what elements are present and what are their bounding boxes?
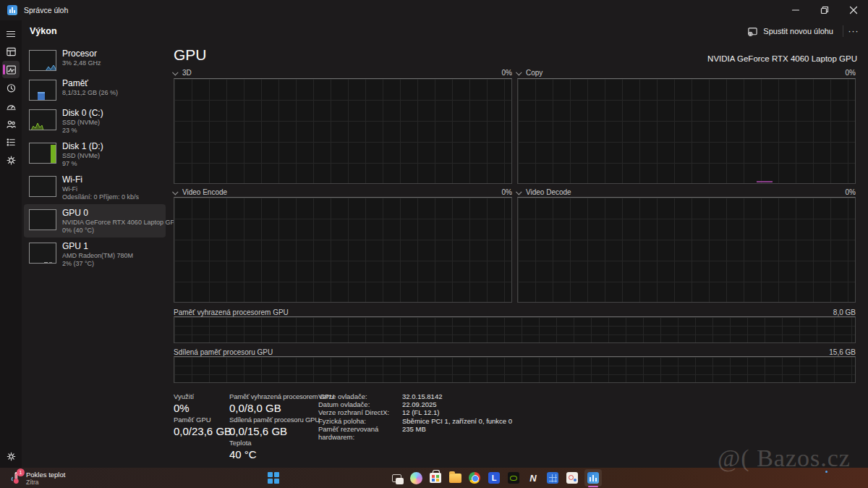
weather-widget[interactable]: 1 Pokles teplot Zítra: [6, 468, 69, 488]
stat-shared-memory: Sdílená paměť procesoru GPU 0,0/15,6 GB: [229, 416, 320, 438]
task-manager-taskbar-icon[interactable]: [584, 469, 602, 487]
wifi-mini-chart: [29, 176, 56, 197]
detail-row: Datum ovladače:22.09.2025: [318, 400, 512, 408]
selected-accent-bar: [3, 64, 5, 75]
nvidia-app-icon[interactable]: [505, 469, 522, 487]
sidebar-item-services[interactable]: [2, 151, 20, 169]
sidebar-item-disk0[interactable]: Disk 0 (C:) SSD (NVMe) 23 %: [24, 104, 166, 138]
stat-utilization: Využití 0%: [174, 392, 194, 415]
snipping-app-icon[interactable]: [563, 469, 581, 487]
sidebar-item-users[interactable]: [2, 115, 20, 132]
thermometer-icon: 1: [10, 471, 22, 485]
chart-video-decode: [517, 197, 856, 303]
task-manager-window: Správce úloh Výkon Spus: [0, 0, 868, 488]
detail-row: Paměť rezervovaná hardwarem:235 MB: [318, 425, 512, 441]
sidebar-item-performance[interactable]: [2, 61, 20, 78]
header-divider: [843, 25, 843, 37]
titlebar: Správce úloh: [0, 0, 868, 20]
copilot-icon[interactable]: [407, 469, 425, 487]
gpu0-mini-chart: [29, 209, 56, 230]
sidebar-item-startup-apps[interactable]: [2, 97, 20, 114]
chart-shared-memory: [174, 356, 856, 383]
chart-label-video-encode: Video Encode 0%: [174, 188, 512, 197]
file-explorer-icon[interactable]: [446, 469, 464, 487]
sidebar-item-wifi[interactable]: Wi-Fi Wi-Fi Odesílání: 0 Příjem: 0 kb/s: [24, 171, 166, 204]
chevron-down-icon[interactable]: [172, 70, 178, 75]
chevron-down-icon[interactable]: [516, 70, 522, 75]
sidebar-item-gpu1[interactable]: GPU 1 AMD Radeon(TM) 780M 2% (37 °C): [24, 237, 166, 271]
disk0-mini-chart: [29, 109, 56, 130]
chart-label-video-decode: Video Decode 0%: [517, 188, 856, 197]
chevron-down-icon[interactable]: [516, 189, 522, 195]
sidebar-item-details[interactable]: [2, 133, 20, 151]
sidebar-item-processes[interactable]: [2, 43, 20, 60]
task-manager-app-icon: [7, 5, 17, 15]
microsoft-store-icon[interactable]: [427, 469, 444, 487]
detail-row: Verze rozhraní DirectX:12 (FL 12.1): [318, 408, 512, 416]
detail-row: Fyzická poloha:Sběrnice PCI 1, zařízení …: [318, 417, 512, 425]
notification-badge: 1: [17, 468, 25, 476]
gpu-panel-title: GPU: [174, 46, 207, 64]
stat-gpu-memory: Paměť GPU 0,0/23,6 GB: [174, 416, 231, 438]
chart-copy: [517, 78, 856, 184]
settings-gear-icon[interactable]: [2, 447, 20, 465]
gpu-details: Verze ovladače:32.0.15.8142 Datum ovlada…: [318, 392, 512, 441]
page-title: Výkon: [30, 26, 57, 36]
sidebar-item-disk1[interactable]: Disk 1 (D:) SSD (NVMe) 97 %: [24, 138, 166, 171]
cpu-mini-chart: [29, 50, 56, 71]
copy-activity-blip: [757, 181, 773, 182]
window-title: Správce úloh: [24, 6, 68, 14]
run-new-task-icon: [747, 26, 758, 37]
active-app-indicator: [588, 486, 598, 487]
sidebar-item-cpu[interactable]: Procesor 3% 2,48 GHz: [24, 45, 166, 75]
sidebar-item-gpu0[interactable]: GPU 0 NVIDIA GeForce RTX 4060 Laptop GPU…: [24, 204, 166, 237]
chart-dedicated-memory: [174, 316, 856, 343]
close-button[interactable]: [839, 0, 868, 20]
stat-temperature: Teplota 40 °C: [229, 439, 257, 461]
chart-3d: [174, 78, 512, 184]
chart-video-encode: [174, 197, 512, 303]
disk1-mini-chart: [29, 143, 56, 164]
minimize-button[interactable]: [781, 0, 810, 20]
bazos-watermark: @( Bazos.cz: [718, 445, 851, 472]
more-options-button[interactable]: ···: [845, 24, 862, 38]
sidebar-item-app-history[interactable]: [2, 79, 20, 96]
chart-label-3d: 3D 0%: [174, 68, 512, 77]
start-button[interactable]: [268, 472, 279, 484]
grid-app-icon[interactable]: [544, 469, 561, 487]
nav-rail: [0, 20, 22, 488]
chrome-icon[interactable]: [466, 469, 483, 487]
gpu1-mini-chart: [29, 243, 56, 264]
restore-button[interactable]: [810, 0, 839, 20]
detail-row: Verze ovladače:32.0.15.8142: [318, 392, 512, 400]
n-app-icon[interactable]: N: [524, 469, 542, 487]
l-app-icon[interactable]: L: [485, 469, 503, 487]
run-new-task-button[interactable]: Spustit novou úlohu: [743, 24, 838, 38]
memory-mini-chart: [29, 80, 56, 101]
gpu-device-name: NVIDIA GeForce RTX 4060 Laptop GPU: [707, 54, 857, 63]
chart-label-copy: Copy 0%: [517, 68, 856, 77]
chevron-down-icon[interactable]: [172, 189, 178, 195]
sidebar-item-memory[interactable]: Paměť 8,1/31,2 GB (26 %): [24, 75, 166, 104]
task-view-button[interactable]: [388, 469, 405, 487]
hamburger-menu-icon[interactable]: [2, 25, 20, 43]
performance-sidebar: Procesor 3% 2,48 GHz Paměť 8,1/31,2 GB (…: [24, 45, 166, 271]
